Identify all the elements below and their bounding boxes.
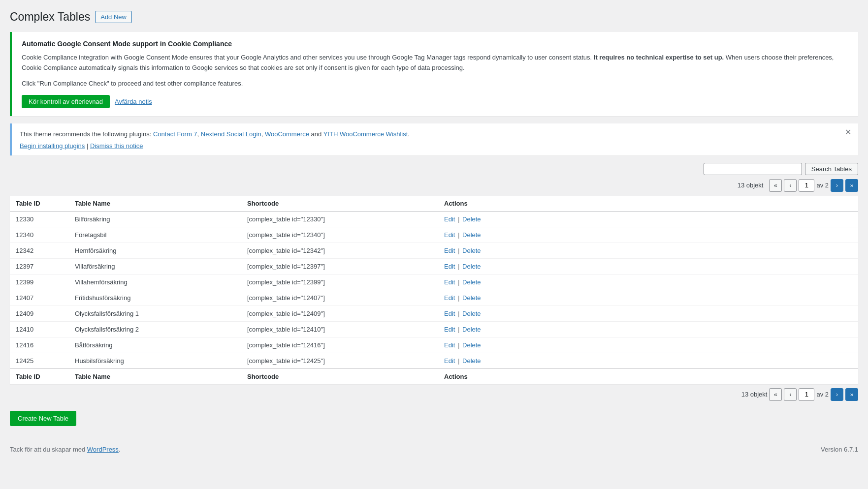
table-row: 12330Bilförsäkring[complex_table id="123… xyxy=(10,211,858,227)
cell-actions: Edit | Delete xyxy=(438,306,858,321)
run-compliance-button[interactable]: Kör kontroll av efterlevnad xyxy=(22,95,110,108)
delete-link-12409[interactable]: Delete xyxy=(462,310,481,317)
cell-shortcode: [complex_table id="12409"] xyxy=(241,306,438,321)
search-area: Search Tables xyxy=(10,163,858,175)
pagination-bottom: 13 objekt « ‹ av 2 › » xyxy=(10,388,858,401)
dismiss-notice-link[interactable]: Dismiss this notice xyxy=(90,142,143,150)
cell-actions: Edit | Delete xyxy=(438,227,858,243)
cell-id: 12409 xyxy=(10,306,69,321)
edit-link-12340[interactable]: Edit xyxy=(444,231,455,239)
begin-installing-link[interactable]: Begin installing plugins xyxy=(20,142,85,150)
delete-link-12399[interactable]: Delete xyxy=(462,278,481,286)
close-plugin-notice-button[interactable]: ✕ xyxy=(842,127,854,137)
cell-shortcode: [complex_table id="12416"] xyxy=(241,337,438,353)
plugin-notice-text: This theme recommends the following plug… xyxy=(20,129,850,139)
footer-version: Version 6.7.1 xyxy=(821,446,858,453)
table-header-row: Table ID Table Name Shortcode Actions xyxy=(10,196,858,212)
edit-link-12330[interactable]: Edit xyxy=(444,215,455,223)
green-notice-body: Cookie Compliance integration with Googl… xyxy=(22,53,848,73)
delete-link-12416[interactable]: Delete xyxy=(462,341,481,349)
table-row: 12425Husbilsförsäkring[complex_table id=… xyxy=(10,353,858,368)
cell-id: 12399 xyxy=(10,274,69,290)
delete-link-12340[interactable]: Delete xyxy=(462,231,481,239)
create-new-table-button[interactable]: Create New Table xyxy=(10,411,76,426)
cell-id: 12397 xyxy=(10,258,69,274)
add-new-button[interactable]: Add New xyxy=(95,11,132,23)
edit-link-12407[interactable]: Edit xyxy=(444,294,455,302)
green-notice-title: Automatic Google Consent Mode support in… xyxy=(22,40,848,48)
cell-shortcode: [complex_table id="12399"] xyxy=(241,274,438,290)
plugin-link-contact-form[interactable]: Contact Form 7 xyxy=(153,130,197,138)
table-count-top: 13 objekt xyxy=(738,182,764,189)
delete-link-12397[interactable]: Delete xyxy=(462,263,481,270)
first-page-button-bottom[interactable]: « xyxy=(769,388,782,401)
page-number-input-bottom[interactable] xyxy=(799,388,814,401)
col-footer-name: Table Name xyxy=(69,368,241,384)
next-page-button-top[interactable]: › xyxy=(831,179,843,192)
last-page-button-bottom[interactable]: » xyxy=(845,388,858,401)
cell-shortcode: [complex_table id="12342"] xyxy=(241,243,438,258)
next-page-button-bottom[interactable]: › xyxy=(831,388,843,401)
table-row: 12409Olycksfallsförsäkring 1[complex_tab… xyxy=(10,306,858,321)
table-row: 12342Hemförsäkring[complex_table id="123… xyxy=(10,243,858,258)
plugin-link-nextend[interactable]: Nextend Social Login xyxy=(201,130,261,138)
delete-link-12342[interactable]: Delete xyxy=(462,247,481,254)
edit-link-12410[interactable]: Edit xyxy=(444,326,455,333)
delete-link-12425[interactable]: Delete xyxy=(462,357,481,365)
page-number-input-top[interactable] xyxy=(799,179,814,192)
cell-id: 12416 xyxy=(10,337,69,353)
edit-link-12416[interactable]: Edit xyxy=(444,341,455,349)
footer: Tack för att du skapar med WordPress. Ve… xyxy=(10,441,858,453)
cell-actions: Edit | Delete xyxy=(438,274,858,290)
wordpress-link[interactable]: WordPress xyxy=(87,446,119,453)
cell-shortcode: [complex_table id="12330"] xyxy=(241,211,438,227)
page-title: Complex Tables xyxy=(10,10,90,25)
edit-link-12425[interactable]: Edit xyxy=(444,357,455,365)
cell-id: 12410 xyxy=(10,321,69,337)
col-footer-id: Table ID xyxy=(10,368,69,384)
green-notice-body3: Click "Run Compliance Check" to proceed … xyxy=(22,79,848,89)
prev-page-button-top[interactable]: ‹ xyxy=(784,179,797,192)
cell-name: Bilförsäkring xyxy=(69,211,241,227)
plugin-notice-actions: Begin installing plugins | Dismiss this … xyxy=(20,142,850,150)
table-count-bottom: 13 objekt xyxy=(741,391,768,398)
cell-name: Båtförsäkring xyxy=(69,337,241,353)
cell-actions: Edit | Delete xyxy=(438,243,858,258)
col-header-shortcode: Shortcode xyxy=(241,196,438,212)
cell-actions: Edit | Delete xyxy=(438,258,858,274)
col-header-actions: Actions xyxy=(438,196,858,212)
of-text-bottom: av 2 xyxy=(816,391,829,398)
tables-table: Table ID Table Name Shortcode Actions 12… xyxy=(10,196,858,384)
delete-link-12410[interactable]: Delete xyxy=(462,326,481,333)
plugin-link-woocommerce[interactable]: WooCommerce xyxy=(265,130,309,138)
prev-page-button-bottom[interactable]: ‹ xyxy=(784,388,797,401)
cell-actions: Edit | Delete xyxy=(438,211,858,227)
table-row: 12416Båtförsäkring[complex_table id="124… xyxy=(10,337,858,353)
table-row: 12407Fritidshusförsäkring[complex_table … xyxy=(10,290,858,306)
table-row: 12399Villahemförsäkring[complex_table id… xyxy=(10,274,858,290)
delete-link-12330[interactable]: Delete xyxy=(462,215,481,223)
search-input[interactable] xyxy=(704,163,802,175)
first-page-button-top[interactable]: « xyxy=(769,179,782,192)
cell-actions: Edit | Delete xyxy=(438,337,858,353)
edit-link-12342[interactable]: Edit xyxy=(444,247,455,254)
cell-id: 12340 xyxy=(10,227,69,243)
edit-link-12399[interactable]: Edit xyxy=(444,278,455,286)
last-page-button-top[interactable]: » xyxy=(845,179,858,192)
plugin-link-yith[interactable]: YITH WooCommerce Wishlist xyxy=(323,130,408,138)
table-footer-row: Table ID Table Name Shortcode Actions xyxy=(10,368,858,384)
table-row: 12410Olycksfallsförsäkring 2[complex_tab… xyxy=(10,321,858,337)
cell-name: Villahemförsäkring xyxy=(69,274,241,290)
edit-link-12397[interactable]: Edit xyxy=(444,263,455,270)
cell-shortcode: [complex_table id="12407"] xyxy=(241,290,438,306)
search-tables-button[interactable]: Search Tables xyxy=(805,163,858,175)
dismiss-compliance-link[interactable]: Avfärda notis xyxy=(115,98,152,105)
table-row: 12340Företagsbil[complex_table id="12340… xyxy=(10,227,858,243)
cell-id: 12342 xyxy=(10,243,69,258)
cell-shortcode: [complex_table id="12397"] xyxy=(241,258,438,274)
col-header-id: Table ID xyxy=(10,196,69,212)
col-footer-shortcode: Shortcode xyxy=(241,368,438,384)
edit-link-12409[interactable]: Edit xyxy=(444,310,455,317)
delete-link-12407[interactable]: Delete xyxy=(462,294,481,302)
cell-shortcode: [complex_table id="12340"] xyxy=(241,227,438,243)
